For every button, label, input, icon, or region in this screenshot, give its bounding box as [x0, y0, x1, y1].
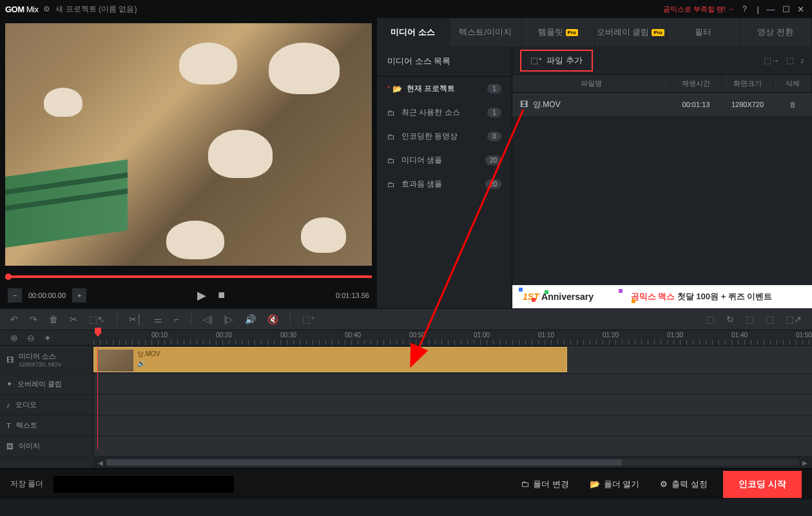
- audio-button[interactable]: 🔊: [245, 314, 256, 324]
- tab-filter[interactable]: 필터: [667, 18, 740, 46]
- source-recent[interactable]: 🗀 최근 사용한 소스 1: [377, 101, 512, 124]
- file-list-headers: 파일명 재생시간 화면크기 삭제: [512, 75, 812, 93]
- folder-icon: 🗀: [387, 180, 396, 189]
- media-tabs: 미디어 소스 텍스트/이미지 템플릿Pro 오버레이 클립Pro 필터 영상 전…: [377, 18, 812, 46]
- header-duration: 재생시간: [670, 75, 722, 92]
- output-settings-button[interactable]: ⚙출력 설정: [655, 479, 713, 490]
- help-button[interactable]: ?: [742, 5, 747, 14]
- step-back-button[interactable]: −: [8, 288, 22, 303]
- tool-icon-2[interactable]: ↻: [726, 314, 734, 324]
- scroll-right-button[interactable]: ▶: [800, 459, 809, 466]
- tool-icon-4[interactable]: ⬚: [766, 314, 774, 324]
- window-controls: | — ☐ ✕: [755, 5, 807, 14]
- tool-icon-5[interactable]: ⬚↗: [786, 314, 802, 324]
- change-folder-button[interactable]: 🗀폴더 변경: [516, 479, 574, 490]
- total-duration: 0:01:13.56: [336, 292, 369, 299]
- settings-gear-icon[interactable]: ⚙: [43, 5, 50, 14]
- maximize-button[interactable]: ☐: [782, 5, 790, 14]
- undo-button[interactable]: ↶: [10, 314, 18, 324]
- source-list-header: 미디어 소스 목록: [377, 46, 512, 77]
- sparkle-icon: ✦: [6, 380, 12, 388]
- tab-text-image[interactable]: 텍스트/이미지: [450, 18, 523, 46]
- zoom-in-button[interactable]: ⊕: [10, 333, 18, 343]
- step-forward-button[interactable]: +: [72, 288, 86, 303]
- clip-thumbnail: [98, 350, 133, 372]
- save-path-field[interactable]: [53, 476, 234, 493]
- delete-button[interactable]: 🗑: [49, 314, 58, 324]
- source-encoded[interactable]: 🗀 인코딩한 동영상 0: [377, 124, 512, 148]
- add-file-button[interactable]: ⬚⁺ 파일 추가: [520, 50, 593, 72]
- folder-icon: 🗀: [387, 108, 396, 117]
- tool-icon-3[interactable]: ⬚: [746, 314, 754, 324]
- stop-button[interactable]: ■: [218, 288, 225, 303]
- source-item-label: 최근 사용한 소스: [401, 107, 460, 118]
- open-folder-button[interactable]: 📂폴더 열기: [585, 479, 645, 490]
- zoom-out-button[interactable]: ⊖: [27, 333, 35, 343]
- track-subtitle: 1280X720, MOV: [19, 361, 62, 368]
- seek-thumb[interactable]: [5, 273, 12, 280]
- ruler-tick: 00:10: [151, 332, 168, 339]
- playback-controls: − 00:00:00.00 + ▶ ■ 0:01:13.56: [0, 283, 377, 308]
- track-audio: ♪오디오: [0, 395, 812, 415]
- media-clip[interactable]: 양.MOV 🔊: [93, 347, 567, 372]
- source-current-project[interactable]: * 📂 현재 프로젝트 1: [377, 77, 512, 101]
- clip-name: 양.MOV: [137, 350, 160, 359]
- scrollbar-thumb[interactable]: [106, 459, 622, 466]
- add-file-label: 파일 추가: [546, 55, 583, 66]
- ruler-tick: 00:40: [345, 332, 361, 339]
- effect-button[interactable]: ⬚⁺: [302, 314, 315, 324]
- source-item-label: 현재 프로젝트: [407, 83, 455, 94]
- split-button[interactable]: ✂│: [129, 314, 142, 324]
- ruler-tick: 01:00: [474, 332, 490, 339]
- adjust-button[interactable]: ⚌: [154, 314, 162, 324]
- cut-button[interactable]: ✂: [70, 314, 77, 324]
- source-sound-sample[interactable]: 🗀 효과음 샘플 20: [377, 172, 512, 196]
- toolbar-icon-1[interactable]: ⬚→: [764, 55, 780, 65]
- play-button[interactable]: ▶: [197, 288, 206, 303]
- file-name: 양.MOV: [533, 99, 561, 110]
- timeline-ruler[interactable]: 00:10 00:20 00:30 00:40 00:50 01:00 01:1…: [93, 330, 812, 346]
- music-icon: ♪: [6, 401, 10, 409]
- close-button[interactable]: ✕: [797, 5, 804, 14]
- timeline-scrollbar[interactable]: ◀ ▶: [93, 457, 812, 468]
- delete-file-button[interactable]: 🗑: [773, 101, 812, 108]
- file-row[interactable]: 🎞 양.MOV 00:01:13 1280X720 🗑: [512, 93, 812, 116]
- file-duration: 00:01:13: [670, 101, 722, 108]
- media-panel: 미디어 소스 텍스트/이미지 템플릿Pro 오버레이 클립Pro 필터 영상 전…: [377, 18, 812, 308]
- scroll-left-button[interactable]: ◀: [96, 459, 105, 466]
- encode-start-button[interactable]: 인코딩 시작: [723, 471, 802, 498]
- minimize-button[interactable]: —: [766, 5, 775, 14]
- crop-button[interactable]: ⌐: [174, 314, 179, 324]
- fade-out-button[interactable]: |▷: [224, 314, 234, 324]
- header-size: 화면크기: [722, 75, 773, 92]
- track-name: 오버레이 클립: [17, 379, 62, 389]
- tab-overlay[interactable]: 오버레이 클립Pro: [595, 18, 668, 46]
- seek-bar[interactable]: [5, 271, 372, 283]
- redo-button[interactable]: ↷: [30, 314, 37, 324]
- separator: |: [757, 5, 759, 14]
- toolbar-icon-2[interactable]: ⬚: [786, 55, 794, 65]
- promo-link[interactable]: 곰믹스로 부족할 땐! →: [663, 5, 735, 14]
- file-size: 1280X720: [722, 101, 773, 108]
- tab-media-source[interactable]: 미디어 소스: [377, 18, 450, 46]
- sound-icon: 🔊: [137, 360, 160, 367]
- tab-transition[interactable]: 영상 전환: [740, 18, 813, 46]
- promo-banner[interactable]: 1ST Anniversary 곰믹스 맥스 첫달 100원 + 퀴즈 이벤트: [512, 285, 812, 308]
- folder-icon: 🗀: [387, 156, 396, 165]
- source-media-sample[interactable]: 🗀 미디어 샘플 20: [377, 148, 512, 172]
- music-icon[interactable]: ♪: [800, 55, 805, 65]
- tab-template[interactable]: 템플릿Pro: [522, 18, 595, 46]
- fit-button[interactable]: ✦: [44, 333, 52, 343]
- ruler-tick: 01:30: [667, 332, 683, 339]
- video-preview[interactable]: [5, 23, 372, 266]
- playhead[interactable]: [95, 328, 101, 337]
- fade-in-button[interactable]: ◁|: [203, 314, 213, 324]
- track-overlay: ✦오버레이 클립: [0, 374, 812, 395]
- source-item-label: 효과음 샘플: [401, 179, 442, 190]
- title-bar: GOM Mix ⚙ 새 프로젝트 (이름 없음) 곰믹스로 부족할 땐! → ?…: [0, 0, 812, 18]
- save-folder-label: 저장 폴더: [10, 479, 43, 490]
- track-text: T텍스트: [0, 415, 812, 436]
- tool-icon-1[interactable]: ⬚: [706, 314, 715, 324]
- mute-button[interactable]: 🔇: [267, 314, 278, 324]
- select-button[interactable]: ⬚↖: [89, 314, 105, 324]
